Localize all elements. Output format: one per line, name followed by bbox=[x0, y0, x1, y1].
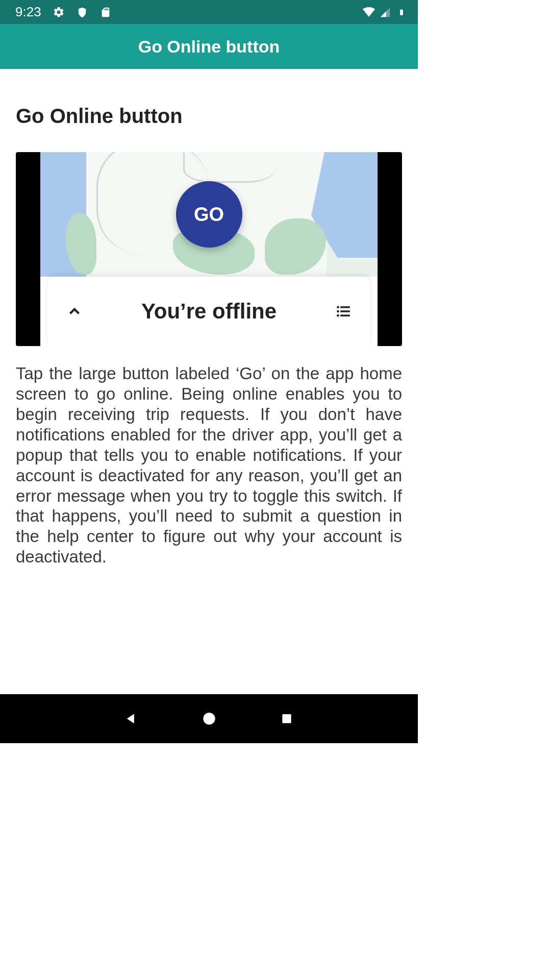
android-status-bar: 9:23 bbox=[0, 0, 418, 24]
page-title: Go Online button bbox=[16, 105, 402, 128]
battery-icon bbox=[395, 6, 408, 18]
cell-signal-icon bbox=[379, 6, 391, 18]
status-right-group bbox=[363, 6, 408, 18]
nav-home-button[interactable] bbox=[201, 710, 217, 727]
map-road bbox=[183, 152, 275, 183]
svg-rect-5 bbox=[340, 314, 350, 316]
sd-card-icon bbox=[99, 6, 112, 18]
gear-icon bbox=[53, 6, 65, 18]
phone-screen: GO You’re offline bbox=[40, 152, 378, 346]
svg-point-6 bbox=[203, 713, 215, 724]
svg-rect-1 bbox=[340, 306, 350, 308]
svg-point-2 bbox=[337, 310, 339, 313]
offline-panel: You’re offline bbox=[47, 277, 370, 346]
body-paragraph: Tap the large button labeled ‘Go’ on the… bbox=[16, 363, 402, 567]
svg-point-0 bbox=[337, 306, 339, 309]
status-time: 9:23 bbox=[15, 4, 41, 20]
app-bar: Go Online button bbox=[0, 24, 418, 69]
app-bar-title: Go Online button bbox=[138, 37, 280, 57]
nav-back-button[interactable] bbox=[123, 710, 139, 727]
embedded-screenshot: GO You’re offline bbox=[16, 152, 402, 346]
nav-recents-button[interactable] bbox=[279, 710, 295, 727]
list-icon bbox=[335, 304, 352, 318]
wifi-icon bbox=[363, 6, 375, 18]
svg-point-4 bbox=[337, 314, 339, 317]
chevron-up-icon bbox=[66, 303, 83, 320]
content-area: Go Online button GO You’re offlin bbox=[0, 69, 418, 694]
svg-rect-7 bbox=[283, 714, 291, 723]
shield-icon bbox=[76, 6, 88, 18]
offline-status-label: You’re offline bbox=[141, 299, 277, 324]
status-left-group: 9:23 bbox=[15, 4, 112, 20]
android-nav-bar bbox=[0, 694, 418, 743]
map-background: GO bbox=[40, 152, 378, 277]
go-button: GO bbox=[176, 181, 242, 248]
go-button-label: GO bbox=[194, 204, 224, 226]
svg-rect-3 bbox=[340, 310, 350, 312]
